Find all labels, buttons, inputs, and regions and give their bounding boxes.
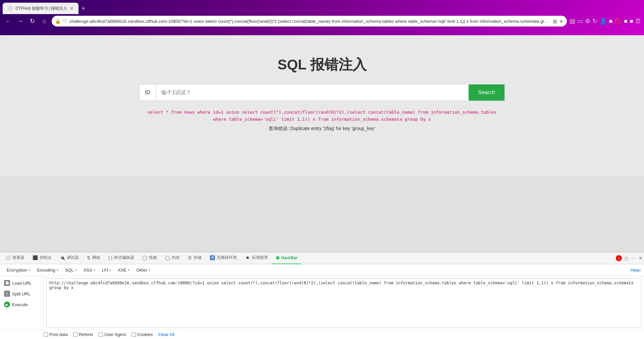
search-form: ID Search: [139, 84, 505, 101]
reader-icon[interactable]: ▭: [577, 17, 583, 25]
nav-bar: ← → ↻ ⌂ 🔒 🛡 challenge-a8c4fcd7a6890e16.s…: [0, 14, 644, 28]
storage-label: 存储: [194, 255, 202, 261]
inspector-icon: ⬜: [5, 255, 11, 260]
execute-label: Execute: [12, 302, 28, 307]
devtools-tab-inspector[interactable]: ⬜ 查看器: [1, 252, 29, 264]
addon1-icon[interactable]: ■: [609, 18, 612, 25]
address-bar[interactable]: 🔒 🛡 challenge-a8c4fcd7a6890e16.sandbox.c…: [52, 16, 567, 26]
user-agent-input[interactable]: [99, 332, 103, 337]
split-url-button[interactable]: ⎲ Split URL: [0, 289, 43, 298]
sql-arrow: ▾: [75, 268, 77, 272]
page-title: SQL 报错注入: [139, 55, 505, 74]
back-button[interactable]: ←: [3, 16, 13, 26]
undo-icon[interactable]: ↻: [592, 17, 597, 25]
sql-line2: where table_schema='sqli' limit 1,1)) x …: [213, 117, 431, 122]
extensions-icon[interactable]: ▤: [570, 17, 575, 25]
xxe-menu[interactable]: XXE ▾: [114, 266, 133, 274]
tab-favicon: [7, 6, 13, 11]
post-data-checkbox[interactable]: Post data: [44, 332, 68, 337]
application-label: 应用程序: [252, 255, 268, 261]
encoding-menu[interactable]: Encoding ▾: [34, 266, 61, 274]
memory-label: 内存: [172, 255, 180, 261]
other-menu[interactable]: Other ▾: [133, 266, 154, 274]
devtools-dock-icon[interactable]: ◻: [625, 256, 629, 261]
addon2-icon[interactable]: 🚫: [614, 17, 622, 25]
hackbar-help-button[interactable]: Help!: [631, 268, 641, 273]
url-text[interactable]: challenge-a8c4fcd7a6890e16.sandbox.ctfhu…: [69, 19, 551, 24]
xss-arrow: ▾: [94, 268, 95, 272]
load-url-icon: 📄: [4, 280, 10, 286]
post-data-input[interactable]: [44, 332, 48, 337]
tab-close-button[interactable]: ✕: [70, 6, 74, 11]
devtools-tab-storage[interactable]: ☰ 存储: [184, 252, 206, 264]
qr-icon[interactable]: ▦: [553, 18, 557, 24]
profiles-icon[interactable]: 👤: [599, 17, 607, 25]
sql-menu[interactable]: SQL ▾: [62, 266, 80, 274]
execute-icon: ▶: [4, 301, 10, 307]
devtools-close-icon[interactable]: ✕: [639, 256, 643, 261]
referer-checkbox[interactable]: Referer: [73, 332, 93, 337]
user-agent-checkbox[interactable]: User Agent: [99, 332, 126, 337]
devtools-tab-debugger[interactable]: 🔌 调试器: [56, 252, 83, 264]
lfi-label: LFI: [102, 268, 108, 273]
devtools-right-icons: 1 ◻ ⋯ ✕: [616, 255, 643, 261]
referer-label: Referer: [79, 332, 93, 337]
menu-icon[interactable]: ☰: [635, 17, 641, 25]
page-inner: SQL 报错注入 ID Search select * from news wh…: [139, 55, 505, 132]
grey-gap: [0, 176, 644, 252]
page-content: SQL 报错注入 ID Search select * from news wh…: [0, 35, 644, 176]
hackbar-label: HackBar: [281, 256, 298, 260]
addon3-icon[interactable]: ■: [624, 18, 628, 25]
storage-icon: ☰: [188, 255, 192, 260]
sql-line1: select * from news where id=1 union sele…: [148, 110, 497, 115]
hackbar-url-textarea[interactable]: [46, 278, 641, 328]
hackbar-footer: Post data Referer User Agent Cookies Cle…: [0, 330, 644, 339]
hackbar-main: [44, 276, 644, 330]
settings-icon[interactable]: ⚙: [585, 17, 590, 25]
console-label: 控制台: [40, 255, 52, 261]
lfi-arrow: ▾: [109, 268, 111, 272]
clear-all-button[interactable]: Clear All: [158, 332, 174, 337]
devtools-tab-hackbar[interactable]: HackBar: [272, 252, 302, 264]
new-tab-button[interactable]: +: [81, 5, 85, 12]
post-data-label: Post data: [49, 332, 68, 337]
cookies-checkbox[interactable]: Cookies: [131, 332, 153, 337]
active-tab[interactable]: CTFHub 技能学习 | 报错注入 ✕: [3, 3, 78, 14]
devtools-tab-network[interactable]: ⇅ 网络: [83, 252, 104, 264]
devtools-more-icon[interactable]: ⋯: [631, 256, 636, 261]
reload-button[interactable]: ↻: [28, 16, 37, 26]
devtools-tab-console[interactable]: ⬛ 控制台: [29, 252, 56, 264]
devtools-tab-style-editor[interactable]: { } 样式编辑器: [104, 252, 138, 264]
error-message: 查询错误: Duplicate entry '1flag' for key 'g…: [139, 126, 505, 132]
encryption-label: Encryption: [7, 268, 27, 273]
network-label: 网络: [92, 255, 100, 261]
debugger-icon: 🔌: [60, 255, 65, 260]
search-input[interactable]: [156, 84, 469, 101]
xxe-arrow: ▾: [128, 268, 129, 272]
xxe-label: XXE: [118, 268, 126, 273]
devtools-tab-accessibility[interactable]: ♿ 无障碍环境: [206, 252, 241, 264]
user-agent-label: User Agent: [104, 332, 126, 337]
devtools-tab-performance[interactable]: ◯ 性能: [138, 252, 161, 264]
search-button[interactable]: Search: [469, 84, 504, 101]
bookmark-icon[interactable]: ★: [559, 18, 564, 24]
addon4-icon[interactable]: ■: [630, 18, 633, 25]
encryption-menu[interactable]: Encryption ▾: [3, 266, 34, 274]
devtools-tab-application[interactable]: ◾ 应用程序: [241, 252, 272, 264]
lfi-menu[interactable]: LFI ▾: [99, 266, 115, 274]
devtools-tab-memory[interactable]: ◯ 内存: [161, 252, 184, 264]
performance-icon: ◯: [142, 255, 147, 260]
execute-button[interactable]: ▶ Execute: [0, 300, 43, 309]
hackbar-sidebar: 📄 Load URL ⎲ Split URL ▶ Execute: [0, 276, 44, 330]
encryption-arrow: ▾: [29, 268, 30, 272]
xss-menu[interactable]: XSS ▾: [80, 266, 99, 274]
home-button[interactable]: ⌂: [40, 16, 49, 26]
forward-button[interactable]: →: [15, 16, 25, 26]
debugger-label: 调试器: [67, 255, 79, 261]
load-url-button[interactable]: 📄 Load URL: [0, 278, 43, 288]
style-editor-icon: { }: [108, 255, 112, 260]
devtools-panel: ⬜ 查看器 ⬛ 控制台 🔌 调试器 ⇅ 网络 { } 样式编辑器 ◯ 性能 ◯ …: [0, 252, 644, 339]
referer-input[interactable]: [73, 332, 77, 337]
cookies-input[interactable]: [131, 332, 136, 337]
tab-title: CTFHub 技能学习 | 报错注入: [15, 6, 67, 11]
